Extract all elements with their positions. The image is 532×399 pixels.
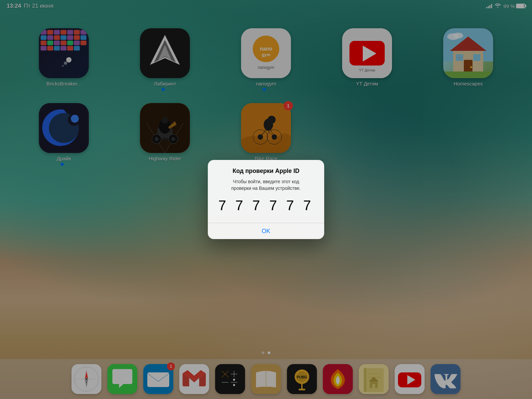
alert-code: 7 7 7 7 7 7 — [216, 198, 316, 213]
alert-message: Чтобы войти, введите этот кодпроверки на… — [216, 178, 316, 192]
alert-title: Код проверки Apple ID — [216, 167, 316, 175]
alert-overlay: Код проверки Apple ID Чтобы войти, введи… — [0, 0, 532, 399]
alert-ok-button[interactable]: OK — [208, 223, 324, 239]
alert-dialog: Код проверки Apple ID Чтобы войти, введи… — [208, 160, 324, 239]
alert-content: Код проверки Apple ID Чтобы войти, введи… — [208, 160, 324, 223]
